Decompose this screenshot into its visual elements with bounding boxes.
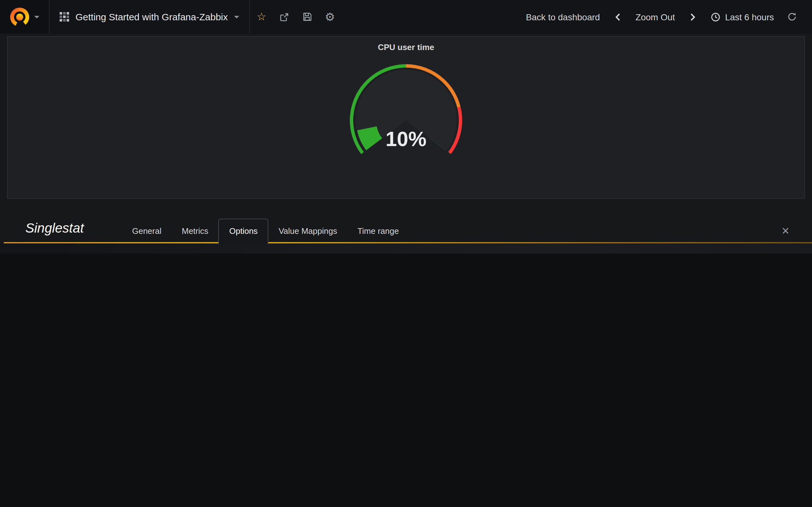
tab-value-mappings[interactable]: Value Mappings [268, 219, 347, 243]
tab-general[interactable]: General [122, 219, 171, 243]
refresh-button[interactable] [780, 12, 803, 21]
panel-editor: Singlestat General Metrics Options Value… [0, 219, 812, 253]
chevron-right-icon [689, 12, 697, 21]
navbar-right-controls: Back to dashboard Zoom Out Last 6 hours [519, 0, 812, 34]
dashboard-title: Getting Started with Grafana-Zabbix [75, 11, 228, 22]
top-navbar: Getting Started with Grafana-Zabbix ☆ ⚙ [0, 0, 812, 34]
tab-options[interactable]: Options [218, 219, 269, 245]
time-range-picker[interactable]: Last 6 hours [704, 12, 780, 22]
cpu-gauge: 10% [333, 60, 479, 176]
star-dashboard-button[interactable]: ☆ [250, 0, 273, 34]
dashboard-title-dropdown[interactable]: Getting Started with Grafana-Zabbix [49, 0, 249, 34]
grafana-app: Getting Started with Grafana-Zabbix ☆ ⚙ [0, 0, 812, 253]
gear-icon: ⚙ [325, 10, 335, 24]
save-dashboard-button[interactable] [296, 0, 318, 34]
tab-time-range[interactable]: Time range [347, 219, 409, 243]
share-dashboard-button[interactable] [273, 0, 296, 34]
clock-icon [711, 12, 721, 22]
singlestat-panel: CPU user time 10% [7, 36, 805, 199]
time-shift-forward-button[interactable] [681, 12, 704, 21]
title-caret-icon [234, 15, 239, 18]
editor-tabbar: Singlestat General Metrics Options Value… [0, 219, 812, 243]
time-range-label: Last 6 hours [725, 12, 774, 22]
back-to-dashboard-button[interactable]: Back to dashboard [519, 12, 606, 22]
star-icon: ☆ [257, 10, 266, 23]
chevron-left-icon [614, 12, 621, 21]
settings-button[interactable]: ⚙ [318, 0, 341, 34]
share-icon [279, 12, 289, 22]
panel-type-title: Singlestat [26, 221, 84, 243]
grafana-menu-button[interactable] [0, 0, 49, 34]
close-editor-button[interactable]: × [782, 224, 789, 243]
save-icon [302, 12, 312, 21]
close-icon: × [782, 224, 789, 238]
zoom-out-button[interactable]: Zoom Out [629, 12, 681, 22]
panel-title[interactable]: CPU user time [378, 43, 434, 52]
time-shift-back-button[interactable] [606, 12, 629, 21]
refresh-icon [787, 12, 797, 21]
grafana-logo-icon [9, 7, 30, 27]
logo-caret-icon [34, 15, 39, 18]
gauge-value-label: 10% [386, 128, 426, 151]
tab-metrics[interactable]: Metrics [171, 219, 218, 243]
gauge-visualization: 10% [333, 60, 479, 176]
options-form: Big value Prefix Value avg Postfix [0, 243, 812, 253]
dashboard-grid-icon [60, 12, 69, 21]
